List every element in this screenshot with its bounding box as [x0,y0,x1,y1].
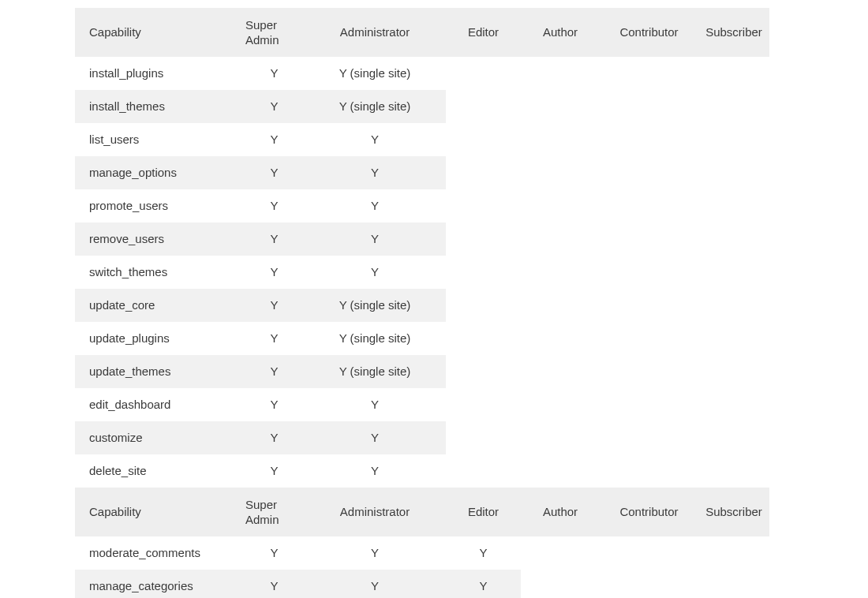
cell-sa: Y [245,57,304,90]
cell-sa: Y [245,421,304,454]
column-header-contributor: Contributor [600,488,698,536]
cell-ed [446,123,521,156]
cell-au [521,570,600,598]
cell-su [698,256,769,289]
cell-su [698,570,769,598]
cell-co [600,570,698,598]
cell-ed: Y [446,570,521,598]
table-row: edit_dashboardYY [75,388,769,421]
cell-au [521,421,600,454]
cell-co [600,289,698,322]
column-header-administrator: Administrator [304,8,446,57]
cell-adm: Y [304,189,446,222]
column-header-super_admin: Super Admin [245,8,304,57]
cell-sa: Y [245,322,304,355]
column-header-contributor: Contributor [600,8,698,57]
cell-cap: customize [75,421,245,454]
cell-cap: moderate_comments [75,536,245,570]
cell-au [521,454,600,488]
cell-cap: promote_users [75,189,245,222]
column-header-super-admin-label: Super Admin [245,497,279,528]
cell-sa: Y [245,90,304,123]
cell-au [521,256,600,289]
cell-su [698,355,769,388]
cell-su [698,156,769,189]
column-header-super-admin-label: Super Admin [245,17,279,48]
cell-au [521,355,600,388]
cell-au [521,57,600,90]
cell-cap: update_themes [75,355,245,388]
cell-su [698,57,769,90]
cell-cap: delete_site [75,454,245,488]
cell-adm: Y (single site) [304,355,446,388]
cell-su [698,189,769,222]
table-row: customizeYY [75,421,769,454]
cell-au [521,90,600,123]
cell-co [600,222,698,256]
cell-adm: Y (single site) [304,289,446,322]
cell-sa: Y [245,123,304,156]
cell-au [521,388,600,421]
cell-au [521,322,600,355]
cell-co [600,454,698,488]
cell-au [521,222,600,256]
cell-ed [446,322,521,355]
cell-ed [446,388,521,421]
cell-su [698,536,769,570]
cell-ed: Y [446,536,521,570]
column-header-super_admin: Super Admin [245,488,304,536]
column-header-subscriber: Subscriber [698,8,769,57]
cell-su [698,289,769,322]
cell-co [600,57,698,90]
cell-sa: Y [245,189,304,222]
table-row: install_pluginsYY (single site) [75,57,769,90]
cell-adm: Y [304,570,446,598]
cell-su [698,322,769,355]
cell-adm: Y (single site) [304,90,446,123]
cell-cap: edit_dashboard [75,388,245,421]
cell-adm: Y [304,454,446,488]
column-header-subscriber: Subscriber [698,488,769,536]
cell-au [521,289,600,322]
cell-co [600,388,698,421]
table-header-row: CapabilitySuper AdminAdministratorEditor… [75,8,769,57]
table-row: moderate_commentsYYY [75,536,769,570]
table-row: switch_themesYY [75,256,769,289]
cell-adm: Y [304,421,446,454]
cell-su [698,222,769,256]
cell-cap: install_themes [75,90,245,123]
cell-adm: Y [304,222,446,256]
table-row: promote_usersYY [75,189,769,222]
cell-co [600,90,698,123]
table-header-row: CapabilitySuper AdminAdministratorEditor… [75,488,769,536]
cell-sa: Y [245,222,304,256]
table-row: update_pluginsYY (single site) [75,322,769,355]
table-row: remove_usersYY [75,222,769,256]
cell-au [521,189,600,222]
cell-ed [446,156,521,189]
column-header-editor: Editor [446,488,521,536]
cell-sa: Y [245,570,304,598]
table-row: list_usersYY [75,123,769,156]
cell-co [600,322,698,355]
cell-cap: manage_categories [75,570,245,598]
cell-ed [446,90,521,123]
cell-su [698,454,769,488]
cell-sa: Y [245,355,304,388]
cell-co [600,536,698,570]
cell-cap: install_plugins [75,57,245,90]
cell-ed [446,57,521,90]
cell-au [521,156,600,189]
cell-cap: remove_users [75,222,245,256]
table-row: install_themesYY (single site) [75,90,769,123]
column-header-author: Author [521,488,600,536]
cell-adm: Y [304,536,446,570]
table-row: delete_siteYY [75,454,769,488]
cell-sa: Y [245,388,304,421]
cell-sa: Y [245,454,304,488]
cell-adm: Y (single site) [304,322,446,355]
column-header-capability: Capability [75,8,245,57]
cell-sa: Y [245,536,304,570]
table-row: manage_categoriesYYY [75,570,769,598]
cell-cap: switch_themes [75,256,245,289]
